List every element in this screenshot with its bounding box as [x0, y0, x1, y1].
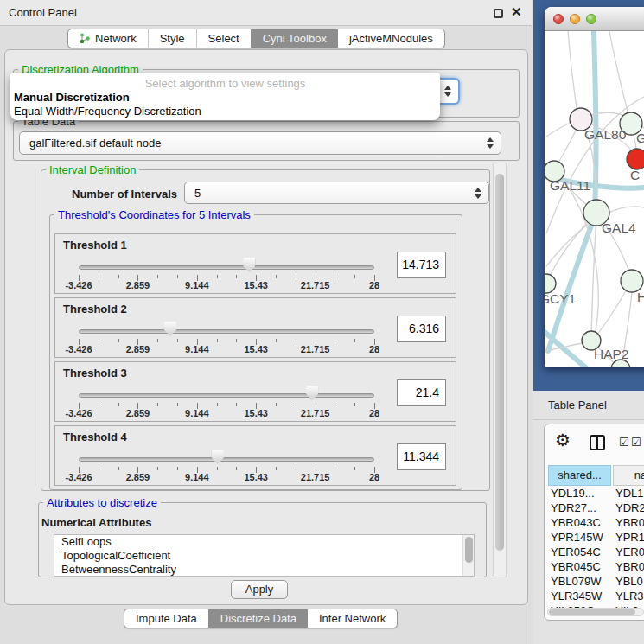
network-node[interactable]	[627, 149, 644, 169]
network-window-titlebar[interactable]	[545, 7, 644, 31]
scrollbar-thumb[interactable]	[549, 609, 635, 615]
attribute-item[interactable]: TopologicalCoefficient	[54, 549, 474, 563]
slider-tick	[177, 403, 178, 406]
table-row[interactable]: YLR345WYLR3	[545, 589, 644, 603]
table-row[interactable]: YDL19...YDL1	[545, 486, 644, 501]
slider-tick-label: -3.426	[65, 344, 92, 354]
slider-tick	[118, 275, 119, 278]
slider-tick	[276, 403, 277, 406]
slider-tick-label: -3.426	[65, 280, 92, 290]
slider-tick	[335, 403, 335, 406]
table-row[interactable]: YER054CYER0	[545, 545, 644, 559]
tab-cyni-toolbox[interactable]: Cyni Toolbox	[251, 29, 338, 48]
node-label: C	[630, 168, 640, 182]
threshold-value-field[interactable]: 21.4	[397, 379, 446, 406]
slider-tick-label: 15.43	[244, 344, 268, 354]
float-window-icon[interactable]	[494, 9, 503, 18]
application-window: Control Panel ✕ NetworkStyleSelectCyni T…	[0, 0, 644, 644]
slider-tick-label: 21.715	[301, 280, 330, 290]
threshold-slider-handle[interactable]	[306, 386, 318, 400]
number-of-intervals-combobox[interactable]: 5	[184, 182, 489, 204]
network-canvas[interactable]: GAL80GACGAL11GAL4GCY1HHAP2	[545, 31, 644, 367]
network-edge[interactable]	[609, 31, 630, 121]
cell-name: YER0	[615, 545, 644, 559]
slider-tick-label: 28	[369, 344, 379, 354]
attribute-item[interactable]: BetweennessCentrality	[54, 563, 474, 577]
slider-tick-label: 15.43	[244, 408, 268, 418]
cell-shared-name: YDR27...	[551, 501, 596, 515]
gear-icon[interactable]: ⚙	[555, 430, 571, 450]
table-data-combobox[interactable]: galFiltered.sif default node	[19, 131, 501, 155]
column-layout-icon[interactable]	[590, 435, 605, 450]
tab-jactivemnodules[interactable]: jActiveMNodules	[338, 29, 444, 48]
threshold-slider-handle[interactable]	[212, 450, 224, 464]
slider-tick	[177, 467, 178, 470]
network-edge[interactable]	[591, 214, 596, 337]
select-all-icon[interactable]: ☑	[631, 436, 641, 449]
tab-network[interactable]: Network	[68, 29, 148, 48]
slider-tick-label: 9.144	[185, 408, 209, 418]
node-label: GAL4	[602, 220, 636, 235]
tab-infer-network[interactable]: Infer Network	[308, 609, 397, 628]
slider-tick-label: 15.43	[244, 280, 268, 290]
table-row[interactable]: YBL079WYBL0	[545, 574, 644, 589]
select-columns-icon[interactable]: ☑	[619, 436, 629, 449]
tab-discretize-data[interactable]: Discretize Data	[208, 609, 308, 628]
table-row[interactable]: YBR045CYBR0	[545, 559, 644, 574]
threshold-box-2: Threshold 2-3.4262.8599.14415.4321.71528…	[54, 297, 456, 358]
slider-tick	[99, 339, 99, 342]
node-label: H	[637, 290, 644, 304]
threshold-slider-track[interactable]	[79, 457, 374, 462]
threshold-value-field[interactable]: 6.316	[397, 316, 446, 342]
slider-tick	[236, 467, 237, 470]
threshold-slider-track[interactable]	[79, 329, 374, 334]
node-label: GAL80	[584, 127, 627, 142]
minimize-button[interactable]	[570, 14, 580, 24]
settings-scrollbar[interactable]	[493, 163, 507, 577]
threshold-value-field[interactable]: 14.713	[397, 252, 446, 278]
table-row[interactable]: YBR043CYBR0	[545, 515, 644, 530]
threshold-slider-track[interactable]	[79, 393, 374, 398]
interval-definition-title: Interval Definition	[46, 163, 139, 176]
table-panel-section: Table Panel ⚙ ☑ ☑ shared... name YDL19..…	[533, 391, 644, 644]
cell-name: YDR2	[615, 501, 644, 515]
attributes-list-scrollbar[interactable]	[462, 535, 475, 576]
bottom-tab-bar: Impute DataDiscretize DataInfer Network	[124, 609, 398, 628]
network-icon	[80, 33, 91, 44]
zoom-button[interactable]	[586, 14, 596, 24]
tab-impute-data[interactable]: Impute Data	[124, 609, 208, 628]
slider-tick-label: 9.144	[185, 344, 209, 354]
panel-title: Control Panel	[9, 6, 77, 19]
algorithm-option-equal-width[interactable]: Equal Width/Frequency Discretization	[14, 105, 201, 118]
tab-label: Discretize Data	[220, 612, 296, 625]
table-row[interactable]: YDR27...YDR2	[545, 501, 644, 515]
column-header-name[interactable]: name	[613, 465, 644, 486]
table-row[interactable]: YPR145WYPR1	[545, 530, 644, 545]
algorithm-option-manual[interactable]: Manual Discretization	[14, 91, 130, 104]
threshold-label: Threshold 3	[63, 367, 127, 379]
close-button[interactable]	[553, 14, 564, 24]
threshold-box-3: Threshold 3-3.4262.8599.14415.4321.71528…	[54, 361, 456, 422]
column-header-shared-name[interactable]: shared...	[548, 465, 611, 486]
apply-button[interactable]: Apply	[231, 580, 288, 599]
network-node[interactable]	[545, 274, 556, 293]
table-horizontal-scrollbar[interactable]	[547, 608, 644, 616]
tab-style[interactable]: Style	[148, 29, 196, 48]
network-edge[interactable]	[595, 284, 630, 337]
attributes-list[interactable]: SelfLoopsTopologicalCoefficientBetweenne…	[54, 534, 475, 577]
slider-tick	[236, 339, 237, 342]
slider-tick	[296, 339, 296, 342]
scrollbar-thumb[interactable]	[495, 174, 504, 551]
cell-name: YBR0	[615, 559, 644, 574]
tab-select[interactable]: Select	[196, 29, 251, 48]
attribute-item[interactable]: SelfLoops	[54, 535, 474, 549]
scrollbar-thumb[interactable]	[465, 537, 473, 563]
threshold-slider-handle[interactable]	[164, 322, 176, 336]
threshold-slider-handle[interactable]	[243, 258, 255, 272]
slider-tick-label: 28	[369, 472, 379, 482]
threshold-value-field[interactable]: 11.344	[397, 443, 446, 470]
close-icon[interactable]: ✕	[511, 4, 522, 20]
slider-tick	[177, 275, 178, 278]
network-edge[interactable]	[568, 31, 578, 119]
threshold-slider-track[interactable]	[79, 265, 374, 270]
